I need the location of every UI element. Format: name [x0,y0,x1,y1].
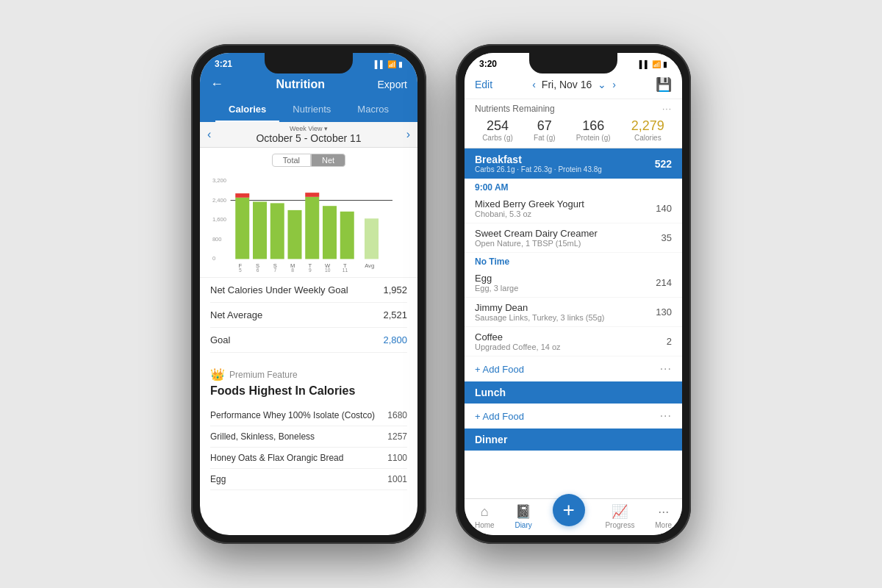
food-yogurt-cal: 140 [656,203,672,214]
bar-avg [365,218,379,259]
nav-more[interactable]: ··· More [655,504,672,529]
svg-text:Avg: Avg [365,262,374,269]
add-food-lunch-btn[interactable]: + Add Food [475,411,524,422]
diary-scroll[interactable]: Breakfast Carbs 26.1g · Fat 26.3g · Prot… [465,148,682,535]
date-next-button[interactable]: › [612,79,616,90]
nav-progress[interactable]: 📈 Progress [605,503,634,529]
status-icons-right: ▌▌ 📶 ▮ [639,60,667,68]
stat-value-net: 1,952 [383,284,407,295]
time-900am: 9:00 AM [465,179,682,194]
nutrient-carbs: 254 Carbs (g) [482,118,513,142]
nutrients-dots: ··· [662,104,672,114]
food-jimmydean[interactable]: Jimmy Dean Sausage Links, Turkey, 3 link… [465,298,682,327]
food-creamer-cal: 35 [662,232,672,243]
food-creamer-desc: Open Nature, 1 TBSP (15mL) [475,239,598,248]
stat-label-goal: Goal [210,334,230,345]
bar-w10 [323,206,337,259]
progress-icon: 📈 [612,503,628,520]
dinner-header: Dinner [465,429,682,451]
week-center: Week View ▾ October 5 - October 11 [211,125,406,144]
save-icon[interactable]: 💾 [656,76,672,93]
food-coffee[interactable]: Coffee Upgraded Coffee, 14 oz 2 [465,327,682,356]
nav-add-button[interactable]: + [553,494,585,526]
week-selector: ‹ Week View ▾ October 5 - October 11 › [200,122,417,148]
calories-label: Calories [631,134,664,142]
nutrients-title: Nutrients Remaining [475,104,555,114]
food-egg[interactable]: Egg Egg, 3 large 214 [465,268,682,298]
svg-text:3,200: 3,200 [212,177,226,184]
food-creamer[interactable]: Sweet Cream Dairy Creamer Open Nature, 1… [465,223,682,253]
right-phone: 3:20 ▌▌ 📶 ▮ Edit ‹ Fri, Nov 16 ⌄ › [456,44,691,544]
bar-t11 [340,212,354,259]
toggle-net[interactable]: Net [311,154,345,167]
nav-home-label: Home [475,521,495,529]
tab-nutrients[interactable]: Nutrients [279,99,344,122]
week-next-button[interactable]: › [406,128,410,141]
diary-date-nav: ‹ Fri, Nov 16 ⌄ › [532,79,616,90]
svg-text:7: 7 [274,268,277,273]
food-cal-2: 1257 [387,431,407,442]
lunch-header: Lunch [465,381,682,404]
tab-macros[interactable]: Macros [344,99,402,122]
breakfast-dots[interactable]: ··· [660,362,672,376]
stat-label-avg: Net Average [210,309,262,320]
add-food-breakfast: + Add Food ··· [465,356,682,381]
food-egg-desc: Egg, 3 large [475,284,518,293]
toggle-total[interactable]: Total [272,154,311,167]
date-prev-button[interactable]: ‹ [532,79,536,90]
week-view-label[interactable]: Week View ▾ [211,125,406,132]
stat-value-goal: 2,800 [383,334,407,345]
wifi-icon-right: 📶 [652,60,661,68]
stat-goal: Goal 2,800 [210,328,407,353]
breakfast-subtitle: Carbs 26.1g · Fat 26.3g · Protein 43.8g [475,165,602,173]
svg-text:2,400: 2,400 [212,197,226,204]
edit-button[interactable]: Edit [475,79,492,90]
stat-label-net: Net Calories Under Weekly Goal [210,284,348,295]
home-icon: ⌂ [481,504,489,520]
left-scroll[interactable]: ‹ Week View ▾ October 5 - October 11 › T… [200,122,417,535]
plus-icon: + [562,498,574,522]
food-yogurt-info: Mixed Berry Greek Yogurt Chobani, 5.3 oz [475,198,584,218]
left-phone: 3:21 ▌▌ 📶 ▮ ← Nutrition Export Calories … [191,44,426,544]
diary-icon: 📓 [515,503,531,520]
nutrients-header: Nutrients Remaining ··· [465,99,682,115]
export-button[interactable]: Export [378,79,407,90]
bar-m8 [288,210,302,259]
food-name-3: Honey Oats & Flax Orangic Bread [210,453,343,463]
add-food-breakfast-btn[interactable]: + Add Food [475,364,524,375]
nav-diary[interactable]: 📓 Diary [514,503,531,529]
food-cal-1: 1680 [387,410,407,420]
phone-notch-right [529,53,617,74]
back-button-left[interactable]: ← [210,76,223,92]
breakfast-calories: 522 [655,158,672,170]
protein-value: 166 [576,118,611,134]
breakfast-title: Breakfast [475,154,602,165]
svg-text:6: 6 [257,268,259,273]
nutrient-calories: 2,279 Calories [631,118,664,142]
food-yogurt[interactable]: Mixed Berry Greek Yogurt Chobani, 5.3 oz… [465,194,682,223]
bottom-nav: ⌂ Home 📓 Diary + 📈 Progress ··· More [465,498,682,535]
svg-text:8: 8 [291,268,294,273]
tab-calories[interactable]: Calories [215,99,279,122]
signal-icon-right: ▌▌ [639,60,650,68]
lunch-title: Lunch [475,387,506,398]
food-jimmydean-info: Jimmy Dean Sausage Links, Turkey, 3 link… [475,302,605,322]
food-coffee-info: Coffee Upgraded Coffee, 14 oz [475,331,561,351]
nutrient-fat: 67 Fat (g) [534,118,555,142]
chart-area: Total Net 3,200 2,400 1,600 800 0 [200,148,417,278]
tabs-left: Calories Nutrients Macros [200,99,417,122]
calories-value: 2,279 [631,118,664,134]
food-cal-3: 1100 [387,453,407,463]
diary-date: Fri, Nov 16 [542,79,592,90]
food-coffee-cal: 2 [667,336,672,347]
lunch-dots[interactable]: ··· [660,409,672,423]
svg-text:10: 10 [325,268,331,273]
date-dropdown-icon[interactable]: ⌄ [598,79,606,90]
nav-home[interactable]: ⌂ Home [475,504,495,529]
page-title-left: Nutrition [276,78,325,91]
right-phone-screen: 3:20 ▌▌ 📶 ▮ Edit ‹ Fri, Nov 16 ⌄ › [465,53,682,535]
svg-text:800: 800 [212,236,222,243]
food-creamer-info: Sweet Cream Dairy Creamer Open Nature, 1… [475,228,598,248]
bar-s6 [253,202,267,259]
premium-badge-text: Premium Feature [229,370,298,380]
